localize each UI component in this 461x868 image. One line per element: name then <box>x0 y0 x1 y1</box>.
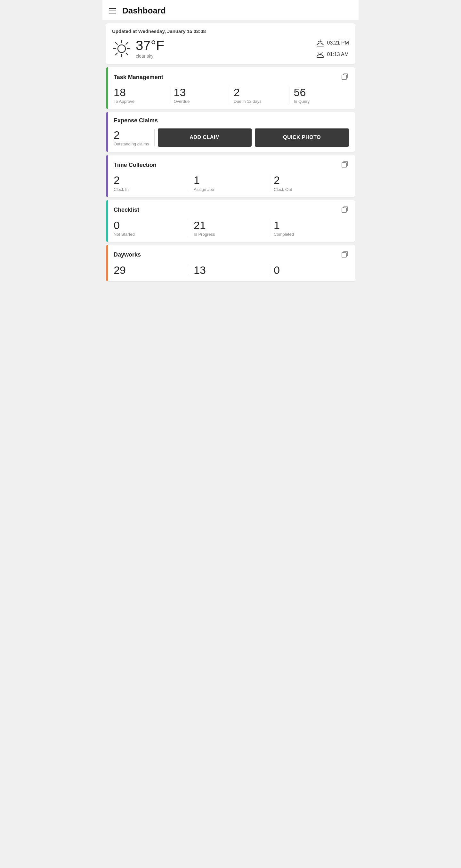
stat-completed[interactable]: 1 Completed <box>269 219 349 237</box>
stat-dayworks-1[interactable]: 29 <box>113 264 189 276</box>
stat-clock-out[interactable]: 2 Clock Out <box>269 174 349 191</box>
time-collection-card: Time Collection 2 Clock In 1 Assign Job … <box>106 155 355 197</box>
svg-line-16 <box>318 53 319 54</box>
svg-line-6 <box>126 53 128 55</box>
task-management-stats: 18 To Approve 13 Overdue 2 Due in 12 day… <box>113 87 349 104</box>
sunset-time: 01:13 AM <box>316 50 349 59</box>
dayworks-card: Dayworks 29 13 0 <box>106 245 355 281</box>
svg-rect-21 <box>342 208 347 212</box>
sunrise-time: 03:21 PM <box>316 38 349 48</box>
task-management-card: Task Management 18 To Approve 13 Overdue… <box>106 67 355 109</box>
expense-claims-body: 2 Outstanding claims ADD CLAIM QUICK PHO… <box>113 128 349 147</box>
svg-rect-20 <box>342 163 347 167</box>
weather-card: Updated at Wednesday, January 15 03:08 3… <box>106 23 355 64</box>
time-collection-copy-icon[interactable] <box>341 160 349 170</box>
time-collection-title: Time Collection <box>113 162 157 168</box>
stat-to-approve[interactable]: 18 To Approve <box>113 87 169 104</box>
checklist-title: Checklist <box>113 207 139 213</box>
svg-line-12 <box>321 41 322 42</box>
svg-line-8 <box>116 53 118 55</box>
header: Dashboard <box>102 0 359 20</box>
stat-dayworks-2[interactable]: 13 <box>189 264 269 276</box>
quick-photo-button[interactable]: QUICK PHOTO <box>255 128 349 147</box>
svg-line-17 <box>321 53 322 54</box>
svg-marker-13 <box>320 40 321 42</box>
expense-claims-card: Expense Claims 2 Outstanding claims ADD … <box>106 112 355 152</box>
hamburger-menu[interactable] <box>109 8 116 13</box>
svg-line-11 <box>318 41 319 42</box>
dayworks-title: Dayworks <box>113 251 141 258</box>
weather-temperature: 37°F <box>136 39 164 52</box>
stat-clock-in[interactable]: 2 Clock In <box>113 174 189 191</box>
weather-updated: Updated at Wednesday, January 15 03:08 <box>112 29 349 34</box>
page-title: Dashboard <box>122 6 166 16</box>
expense-outstanding-stat: 2 Outstanding claims <box>113 129 155 146</box>
svg-point-0 <box>118 45 126 53</box>
stat-due-in-12[interactable]: 2 Due in 12 days <box>229 87 289 104</box>
dayworks-stats: 29 13 0 <box>113 264 349 276</box>
stat-overdue[interactable]: 13 Overdue <box>169 87 230 104</box>
sunrise-icon <box>316 38 325 48</box>
svg-rect-22 <box>342 253 347 257</box>
svg-rect-19 <box>342 75 347 80</box>
expense-buttons: ADD CLAIM QUICK PHOTO <box>158 128 349 147</box>
stat-not-started[interactable]: 0 Not Started <box>113 219 189 237</box>
checklist-card: Checklist 0 Not Started 21 In Progress 1… <box>106 200 355 242</box>
task-management-title: Task Management <box>113 74 163 81</box>
add-claim-button[interactable]: ADD CLAIM <box>158 128 252 147</box>
sun-icon <box>112 39 131 58</box>
expense-claims-title: Expense Claims <box>113 117 158 124</box>
sunset-icon <box>316 50 325 59</box>
svg-line-5 <box>116 42 118 44</box>
dayworks-copy-icon[interactable] <box>341 250 349 260</box>
checklist-stats: 0 Not Started 21 In Progress 1 Completed <box>113 219 349 237</box>
svg-line-7 <box>126 42 128 44</box>
time-collection-stats: 2 Clock In 1 Assign Job 2 Clock Out <box>113 174 349 191</box>
stat-in-query[interactable]: 56 In Query <box>289 87 349 104</box>
stat-assign-job[interactable]: 1 Assign Job <box>189 174 269 191</box>
stat-in-progress[interactable]: 21 In Progress <box>189 219 269 237</box>
weather-description: clear sky <box>136 54 164 59</box>
task-management-copy-icon[interactable] <box>341 72 349 82</box>
checklist-copy-icon[interactable] <box>341 205 349 215</box>
stat-dayworks-3[interactable]: 0 <box>269 264 349 276</box>
